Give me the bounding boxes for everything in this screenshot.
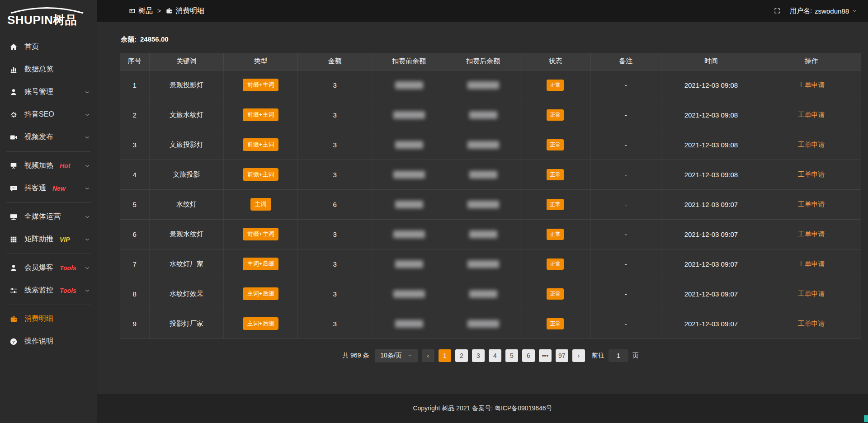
table-row: 6景观水纹灯前缀+主词3正常-2021-12-03 09:07工单申请 (120, 219, 861, 249)
sidebar-item-视频加热[interactable]: 视频加热Hot (0, 155, 97, 177)
more-pages-button[interactable]: ••• (539, 349, 552, 362)
sidebar-item-消费明细[interactable]: 消费明细 (0, 308, 97, 330)
work-order-link[interactable]: 工单申请 (798, 111, 825, 118)
sliders-icon (9, 286, 18, 295)
column-header-时间: 时间 (661, 53, 761, 70)
work-order-link[interactable]: 工单申请 (798, 320, 825, 327)
chevron-down-icon (85, 163, 90, 169)
status-badge: 正常 (547, 80, 564, 91)
chevron-down-icon (85, 89, 90, 95)
cell-balance-after (446, 189, 520, 219)
sidebar-item-线索监控[interactable]: 线索监控Tools (0, 279, 97, 302)
work-order-link[interactable]: 工单申请 (798, 230, 825, 238)
wallet-icon (9, 315, 18, 324)
cell-balance-after (446, 279, 520, 309)
breadcrumb-item-home[interactable]: 树品 (129, 6, 153, 16)
chevron-down-icon (85, 237, 90, 242)
screen-icon (9, 161, 18, 170)
breadcrumb-separator: > (157, 7, 161, 14)
cell-keyword: 水纹灯 (150, 189, 224, 219)
sidebar-item-首页[interactable]: 首页 (0, 36, 97, 58)
prev-page-button[interactable]: ‹ (422, 349, 434, 362)
sidebar-item-操作说明[interactable]: ?操作说明 (0, 330, 97, 353)
work-order-link[interactable]: 工单申请 (798, 290, 825, 297)
breadcrumb-label: 树品 (138, 6, 153, 16)
table-row: 4文旅投影前缀+主词3正常-2021-12-03 09:08工单申请 (120, 160, 861, 189)
masked-balance-before (393, 111, 425, 119)
column-header-状态: 状态 (520, 53, 591, 70)
footer: Copyright 树品 2021 备案号: 粤ICP备09019646号 (97, 394, 868, 423)
cell-time: 2021-12-03 09:08 (661, 130, 761, 160)
masked-balance-after (467, 201, 499, 208)
balance: 余额:24856.00 (121, 35, 861, 44)
sidebar-item-label: 线索监控 (24, 286, 53, 295)
cell-amount: 3 (298, 100, 372, 130)
cell-remark: - (590, 160, 661, 189)
cell-keyword: 文旅投影灯 (150, 130, 224, 160)
column-header-扣费前余额: 扣费前余额 (372, 53, 446, 70)
cell-time: 2021-12-03 09:08 (661, 160, 761, 189)
cell-action: 工单申请 (761, 219, 861, 249)
cell-no: 9 (120, 309, 150, 338)
balance-value: 24856.00 (140, 35, 169, 43)
sidebar-item-抖客通[interactable]: 抖客通New (0, 177, 97, 200)
page-button-97[interactable]: 97 (556, 349, 568, 362)
fullscreen-icon[interactable] (774, 7, 781, 14)
masked-balance-before (393, 171, 425, 179)
chevron-down-icon (85, 265, 90, 271)
sidebar-item-账号管理[interactable]: 账号管理 (0, 81, 97, 103)
status-badge: 正常 (547, 318, 564, 329)
table-row: 5水纹灯主词6正常-2021-12-03 09:07工单申请 (120, 189, 861, 219)
sidebar-item-矩阵助推[interactable]: 矩阵助推VIP (0, 228, 97, 251)
masked-balance-before (395, 320, 423, 328)
consumption-table: 序号关键词类型金额扣费前余额扣费后余额状态备注时间操作 1景观投影灯前缀+主词3… (120, 53, 861, 339)
sidebar-item-会员爆客[interactable]: 会员爆客Tools (0, 257, 97, 279)
sidebar-item-全媒体运营[interactable]: 全媒体运营 (0, 206, 97, 228)
cell-keyword: 水纹灯厂家 (150, 249, 224, 279)
work-order-link[interactable]: 工单申请 (798, 81, 825, 89)
sidebar-item-视频发布[interactable]: 视频发布 (0, 126, 97, 149)
page-button-3[interactable]: 3 (472, 349, 485, 362)
sidebar-divider (6, 254, 91, 254)
page-button-2[interactable]: 2 (455, 349, 468, 362)
masked-balance-before (395, 201, 423, 208)
pagination: 共 969 条 10条/页 ‹ 123456•••97 › 前往 1 页 (120, 349, 861, 362)
page-button-6[interactable]: 6 (522, 349, 535, 362)
next-page-button[interactable]: › (572, 349, 585, 362)
page-button-5[interactable]: 5 (505, 349, 518, 362)
sidebar-item-label: 操作说明 (24, 337, 53, 346)
page-button-1[interactable]: 1 (439, 349, 451, 362)
cell-keyword: 景观投影灯 (150, 70, 224, 100)
sidebar-badge-Tools: Tools (60, 264, 76, 272)
page-button-4[interactable]: 4 (489, 349, 501, 362)
copyright-text: Copyright 树品 2021 备案号: 粤ICP备09019646号 (413, 404, 552, 413)
sidebar-item-抖音SEO[interactable]: 抖音SEO (0, 103, 97, 126)
work-order-link[interactable]: 工单申请 (798, 200, 825, 208)
status-badge: 正常 (547, 229, 564, 240)
cell-remark: - (590, 249, 661, 279)
sidebar-item-数据总览[interactable]: 数据总览 (0, 58, 97, 81)
status-badge: 正常 (547, 258, 564, 270)
cell-remark: - (590, 130, 661, 160)
breadcrumb-item-current[interactable]: 消费明细 (165, 6, 204, 16)
cell-keyword: 景观水纹灯 (150, 219, 224, 249)
cell-type: 前缀+主词 (224, 100, 298, 130)
goto-page-input[interactable]: 1 (609, 349, 628, 362)
user-menu[interactable]: 用户名: zswodun88 (790, 7, 857, 15)
work-order-link[interactable]: 工单申请 (798, 170, 825, 178)
cell-amount: 3 (298, 309, 372, 338)
cell-type: 主词+后缀 (224, 279, 298, 309)
user-icon (9, 263, 18, 273)
cell-type: 主词+后缀 (224, 309, 298, 338)
user-label: 用户名: (790, 7, 812, 15)
breadcrumb-label: 消费明细 (175, 6, 204, 16)
page-size-select[interactable]: 10条/页 (375, 349, 417, 362)
status-badge: 正常 (547, 169, 564, 180)
logo-text: SHUPIN树品 (7, 14, 91, 27)
work-order-link[interactable]: 工单申请 (798, 141, 825, 148)
cell-balance-after (446, 309, 520, 338)
table-row: 9投影灯厂家主词+后缀3正常-2021-12-03 09:07工单申请 (120, 309, 861, 338)
chevron-down-icon (85, 135, 90, 140)
work-order-link[interactable]: 工单申请 (798, 260, 825, 268)
cell-balance-after (446, 100, 520, 130)
